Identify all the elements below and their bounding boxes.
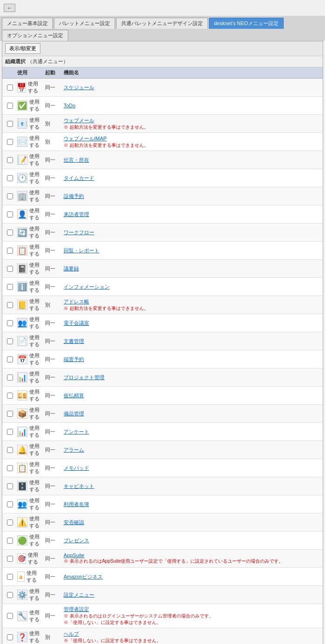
- start-label: 同一: [45, 375, 55, 380]
- feature-name-link[interactable]: 回覧・レポート: [64, 247, 319, 254]
- row-checkbox[interactable]: [7, 538, 13, 544]
- use-label: 使用する: [29, 153, 41, 167]
- feature-name-link[interactable]: 設備予約: [64, 193, 319, 200]
- feature-name-link[interactable]: アンケート: [64, 428, 319, 435]
- row-checkbox[interactable]: [7, 411, 13, 417]
- feature-name-link[interactable]: アドレス帳: [64, 298, 319, 305]
- table-row: ⚠️使用する同一安否確認: [2, 513, 323, 532]
- row-checkbox[interactable]: [7, 157, 13, 163]
- row-checkbox[interactable]: [7, 465, 13, 471]
- row-checkbox[interactable]: [7, 429, 13, 435]
- row-checkbox[interactable]: [7, 447, 13, 453]
- tab-option[interactable]: オプションメニュー設定: [2, 30, 68, 41]
- feature-name-link[interactable]: ウェブメール: [64, 117, 319, 124]
- table-body: 15📅使用する同一スケジュール✅使用する同一ToDo📧使用する別ウェブメール※ …: [2, 79, 323, 644]
- feature-name-link[interactable]: ウェブメールIMAP: [64, 135, 319, 142]
- feature-name-link[interactable]: ワークフロー: [64, 229, 319, 236]
- row-checkbox[interactable]: [7, 592, 13, 598]
- row-checkbox[interactable]: [7, 574, 13, 580]
- feature-name-link[interactable]: スケジュール: [64, 84, 319, 91]
- feature-name-link[interactable]: タイムカード: [64, 175, 319, 182]
- feature-name-link[interactable]: Amazonビジネス: [64, 573, 319, 580]
- row-checkbox[interactable]: [7, 519, 13, 526]
- feature-name-link[interactable]: 仮払精算: [64, 392, 319, 399]
- tab-desknet-neo[interactable]: desknet's NEOメニュー設定: [209, 18, 284, 29]
- row-checkbox[interactable]: [7, 103, 13, 109]
- back-button[interactable]: ←: [4, 4, 15, 12]
- row-checkbox[interactable]: [7, 501, 13, 507]
- use-label: 使用する: [29, 243, 41, 257]
- feature-name-link[interactable]: アラーム: [64, 447, 319, 453]
- feature-name-link[interactable]: 伝言・所在: [64, 157, 319, 164]
- table-row: ℹ️使用する同一インフォメーション: [2, 278, 323, 296]
- feature-name-link[interactable]: 安否確認: [64, 519, 319, 526]
- row-checkbox[interactable]: [7, 338, 13, 344]
- row-checkbox[interactable]: [7, 230, 13, 236]
- row-checkbox[interactable]: [7, 85, 13, 91]
- group-select-value: （共通メニュー）: [27, 58, 68, 65]
- row-checkbox[interactable]: [7, 556, 13, 562]
- use-label: 使用する: [29, 425, 41, 439]
- feature-name-link[interactable]: メモパッド: [64, 465, 319, 472]
- row-checkbox[interactable]: [7, 139, 13, 145]
- row-checkbox[interactable]: [7, 613, 13, 619]
- feature-name-link[interactable]: 設定メニュー: [64, 591, 319, 598]
- row-checkbox[interactable]: [7, 175, 13, 181]
- feature-note: ※ 表示されるのはログインユーザーがシステム管理者の場合のみです。: [64, 613, 319, 619]
- start-label: 同一: [45, 320, 55, 326]
- row-checkbox[interactable]: [7, 483, 13, 489]
- use-label: 使用する: [29, 407, 41, 421]
- group-select-row: 組織選択 （共通メニュー）: [2, 56, 323, 67]
- table-row: 📊使用する同一アンケート: [2, 423, 323, 441]
- feature-name-link[interactable]: 電子会議室: [64, 320, 319, 327]
- table-row: 📋使用する同一回覧・レポート: [2, 242, 323, 260]
- row-checkbox[interactable]: [7, 393, 13, 399]
- row-checkbox[interactable]: [7, 284, 13, 290]
- use-label: 使用する: [29, 609, 41, 623]
- row-checkbox[interactable]: [7, 375, 13, 381]
- feature-name-link[interactable]: プロジェクト管理: [64, 374, 319, 381]
- table-row: 📄使用する同一文書管理: [2, 332, 323, 350]
- row-checkbox[interactable]: [7, 320, 13, 326]
- table-row: 🔔使用する同一アラーム: [2, 441, 323, 459]
- feature-name-link[interactable]: 備品管理: [64, 410, 319, 417]
- start-label: 同一: [45, 519, 55, 525]
- start-label: 同一: [45, 284, 55, 289]
- tab-shared-palette[interactable]: 共通パレットメニューデザイン設定: [116, 18, 208, 29]
- row-checkbox[interactable]: [7, 634, 13, 640]
- feature-name-link[interactable]: ToDo: [64, 103, 319, 108]
- tab-palette[interactable]: パレットメニュー設定: [54, 18, 115, 29]
- row-checkbox[interactable]: [7, 121, 13, 127]
- feature-name-link[interactable]: ヘルプ: [64, 631, 319, 637]
- row-checkbox[interactable]: [7, 193, 13, 199]
- feature-name-link[interactable]: 議要録: [64, 265, 319, 272]
- start-label: 同一: [45, 211, 55, 217]
- feature-name-link[interactable]: 端置予約: [64, 356, 319, 363]
- feature-name-link[interactable]: 来訪者管理: [64, 211, 319, 218]
- row-checkbox[interactable]: [7, 248, 13, 254]
- row-checkbox[interactable]: [7, 302, 13, 308]
- feature-name-link[interactable]: 利用者名簿: [64, 501, 319, 508]
- start-label: 同一: [45, 103, 55, 108]
- feature-name-link[interactable]: プレゼンス: [64, 537, 319, 544]
- feature-name-link[interactable]: AppSuite: [64, 552, 319, 558]
- feature-name-link[interactable]: インフォメーション: [64, 283, 319, 290]
- use-label: 使用する: [29, 533, 41, 547]
- start-label: 同一: [45, 338, 55, 344]
- feature-name-link[interactable]: 文書管理: [64, 338, 319, 345]
- start-label: 同一: [45, 592, 55, 598]
- feature-note: ※ 起動方法を変更する事はできません。: [64, 305, 319, 312]
- row-checkbox[interactable]: [7, 211, 13, 217]
- start-label: 同一: [45, 465, 55, 471]
- row-checkbox[interactable]: [7, 266, 13, 272]
- display-change-button[interactable]: 表示/順変更: [5, 43, 40, 54]
- tab-basic[interactable]: メニュー基本設定: [2, 18, 53, 29]
- feature-name-link[interactable]: 管理者設定: [64, 606, 319, 613]
- row-checkbox[interactable]: [7, 356, 13, 362]
- table-row: 📅使用する同一端置予約: [2, 350, 323, 368]
- use-label: 使用する: [29, 298, 41, 312]
- feature-note: ※ 起動方法を変更する事はできません。: [64, 124, 319, 131]
- use-label: 使用する: [29, 189, 41, 203]
- toolbar: 表示/順変更: [2, 41, 323, 56]
- feature-name-link[interactable]: キャビネット: [64, 483, 319, 490]
